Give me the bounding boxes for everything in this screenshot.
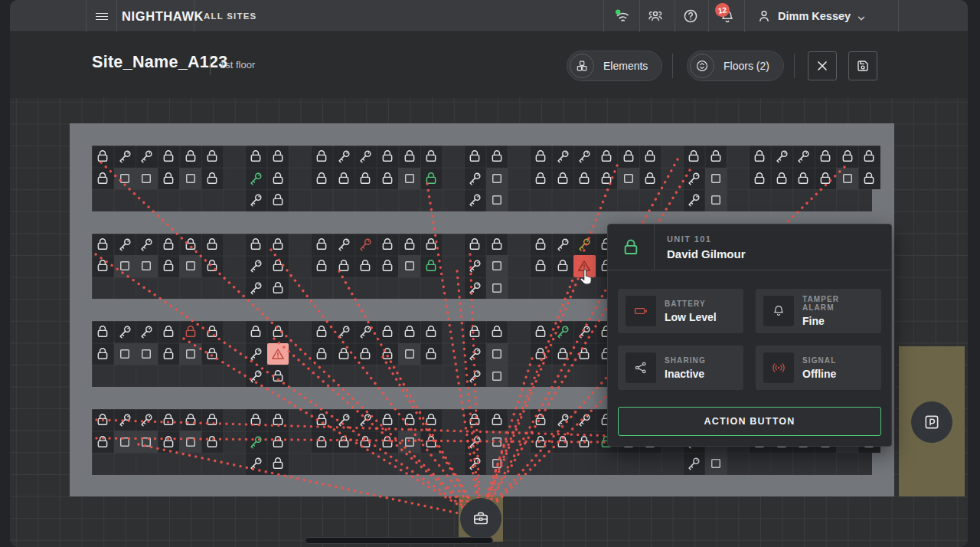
unit-sq-cell[interactable]: [486, 365, 508, 387]
unit-lock-cell[interactable]: [398, 146, 420, 168]
menu-button[interactable]: [87, 0, 116, 32]
unit-key-cell[interactable]: [464, 168, 486, 190]
unit-lock-cell[interactable]: [92, 146, 114, 168]
unit-lock-cell[interactable]: [158, 431, 180, 453]
unit-lock-cell[interactable]: [858, 168, 880, 190]
unit-lock-cell[interactable]: [836, 146, 858, 168]
unit-lock-cell[interactable]: [530, 321, 552, 343]
unit-lock-cell[interactable]: [201, 168, 224, 190]
unit-lock-cell[interactable]: [464, 409, 486, 431]
unit-lock-cell[interactable]: [333, 255, 355, 277]
unit-key-cell[interactable]: [552, 409, 574, 431]
unit-key-cell[interactable]: [683, 168, 705, 190]
unit-key-cell[interactable]: [245, 277, 267, 300]
unit-key-cell[interactable]: [573, 321, 596, 343]
unit-lock-cell[interactable]: [354, 431, 377, 453]
unit-key-cell[interactable]: [771, 146, 793, 168]
unit-key-cell[interactable]: [552, 321, 574, 343]
unit-key-cell[interactable]: [136, 409, 158, 431]
unit-lock-cell[interactable]: [201, 255, 224, 277]
unit-lock-cell[interactable]: [92, 321, 114, 343]
unit-lock-cell[interactable]: [267, 365, 289, 387]
unit-lock-cell[interactable]: [158, 255, 180, 277]
help-icon[interactable]: [682, 8, 699, 25]
unit-lock-cell[interactable]: [792, 168, 815, 190]
unit-key-cell[interactable]: [114, 146, 136, 168]
unit-lock-cell[interactable]: [201, 431, 224, 453]
unit-key-cell[interactable]: [464, 277, 486, 300]
unit-lock-cell[interactable]: [530, 431, 552, 453]
unit-lock-cell[interactable]: [267, 453, 289, 475]
unit-key-cell[interactable]: [354, 234, 377, 256]
unit-sq-cell[interactable]: [136, 168, 158, 190]
unit-lock-cell[interactable]: [377, 343, 399, 365]
unit-key-cell[interactable]: [354, 146, 377, 168]
unit-lock-cell[interactable]: [530, 255, 552, 277]
unit-sq-cell[interactable]: [486, 453, 508, 475]
unit-sq-cell[interactable]: [179, 168, 201, 190]
unit-lock-cell[interactable]: [530, 234, 552, 256]
unit-lock-cell[interactable]: [354, 255, 377, 277]
unit-warn-cell[interactable]: [267, 343, 289, 365]
unit-lock-cell[interactable]: [552, 343, 574, 365]
unit-lock-cell[interactable]: [267, 168, 289, 190]
unit-lock-cell[interactable]: [596, 146, 618, 168]
unit-lock-cell[interactable]: [158, 321, 180, 343]
unit-lock-cell[interactable]: [201, 321, 224, 343]
unit-lock-cell[interactable]: [486, 409, 508, 431]
unit-sq-cell[interactable]: [114, 168, 136, 190]
unit-sq-cell[interactable]: [705, 189, 727, 211]
unit-lock-cell[interactable]: [420, 234, 443, 256]
unit-lock-cell[interactable]: [354, 343, 377, 365]
unit-sq-cell[interactable]: [705, 453, 727, 475]
brand-logo[interactable]: NIGHTHAWK: [122, 9, 204, 24]
unit-warn-cell[interactable]: [573, 255, 596, 277]
save-button[interactable]: [848, 51, 877, 80]
unit-key-cell[interactable]: [464, 255, 486, 277]
unit-lock-cell[interactable]: [530, 146, 552, 168]
connectivity-status-icon[interactable]: [614, 8, 631, 25]
unit-lock-cell[interactable]: [530, 168, 552, 190]
unit-lock-cell[interactable]: [464, 146, 486, 168]
unit-lock-cell[interactable]: [858, 146, 880, 168]
unit-lock-cell[interactable]: [420, 321, 443, 343]
unit-lock-cell[interactable]: [573, 343, 596, 365]
unit-lock-cell[interactable]: [267, 146, 289, 168]
hub-marker[interactable]: [460, 498, 501, 539]
unit-lock-cell[interactable]: [596, 168, 618, 190]
unit-lock-cell[interactable]: [92, 343, 114, 365]
unit-lock-cell[interactable]: [398, 234, 420, 256]
unit-lock-cell[interactable]: [179, 321, 201, 343]
unit-key-cell[interactable]: [464, 365, 486, 387]
close-button[interactable]: [808, 51, 837, 80]
unit-lock-cell[interactable]: [464, 234, 486, 256]
unit-sq-cell[interactable]: [486, 189, 508, 211]
unit-key-cell[interactable]: [573, 409, 596, 431]
unit-key-cell[interactable]: [333, 146, 355, 168]
unit-key-cell[interactable]: [333, 321, 355, 343]
unit-key-cell[interactable]: [683, 453, 705, 475]
unit-lock-cell[interactable]: [420, 343, 443, 365]
unit-lock-cell[interactable]: [311, 431, 333, 453]
unit-key-cell[interactable]: [245, 343, 267, 365]
elements-button[interactable]: Elements: [567, 51, 662, 81]
unit-key-cell[interactable]: [114, 234, 136, 256]
unit-key-cell[interactable]: [245, 365, 267, 387]
unit-lock-cell[interactable]: [201, 146, 224, 168]
unit-lock-cell[interactable]: [530, 409, 552, 431]
unit-sq-cell[interactable]: [486, 343, 508, 365]
unit-lock-cell[interactable]: [158, 234, 180, 256]
unit-lock-cell[interactable]: [92, 255, 114, 277]
unit-key-cell[interactable]: [683, 189, 705, 211]
unit-lock-cell[interactable]: [771, 168, 793, 190]
unit-lock-cell[interactable]: [311, 343, 333, 365]
unit-key-cell[interactable]: [114, 409, 136, 431]
unit-sq-cell[interactable]: [179, 343, 201, 365]
unit-key-cell[interactable]: [573, 146, 596, 168]
unit-lock-cell[interactable]: [420, 431, 443, 453]
unit-lock-cell[interactable]: [749, 146, 771, 168]
unit-key-cell[interactable]: [464, 453, 486, 475]
unit-lock-cell[interactable]: [683, 146, 705, 168]
unit-sq-cell[interactable]: [136, 255, 158, 277]
unit-lock-cell[interactable]: [158, 409, 180, 431]
